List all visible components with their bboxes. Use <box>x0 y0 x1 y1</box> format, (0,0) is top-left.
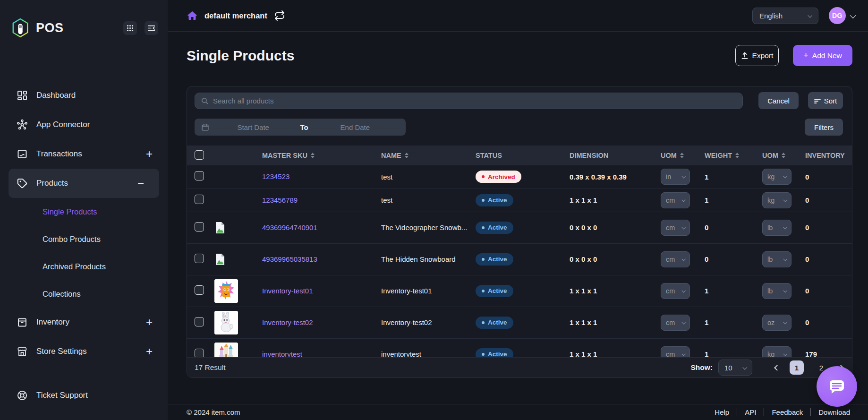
main-content: default merchant English DG Single Produ… <box>168 0 868 420</box>
previous-page-button[interactable] <box>774 365 780 371</box>
sidebar-subitem-single-products[interactable]: Single Products <box>0 198 168 225</box>
sku-link[interactable]: 49369964740901 <box>262 223 317 231</box>
date-filter-row: Start Date To End Date Filters <box>187 119 852 136</box>
weight-uom-select[interactable]: oz <box>762 315 791 331</box>
end-date-input[interactable]: End Date <box>311 123 399 131</box>
sidebar-subitem-collections[interactable]: Collections <box>0 280 168 308</box>
status-dot-icon <box>482 353 485 356</box>
uom-value: cm <box>666 351 675 358</box>
dimension-uom-select[interactable]: cm <box>661 220 690 236</box>
sku-link[interactable]: 49369965035813 <box>262 255 317 263</box>
row-checkbox[interactable] <box>195 349 204 358</box>
sort-arrows-icon[interactable] <box>735 153 739 158</box>
weight-uom-select[interactable]: lb <box>762 251 791 267</box>
sku-link[interactable]: Inventory-test01 <box>262 287 313 295</box>
sidebar-item-store-settings[interactable]: Store Settings + <box>0 337 168 356</box>
dimension-uom-select[interactable]: cm <box>661 346 690 358</box>
sidebar-item-label: Transactions <box>36 149 82 159</box>
chevron-down-icon <box>681 257 685 261</box>
uom-value: in <box>666 173 671 180</box>
expand-icon[interactable]: + <box>146 316 156 329</box>
product-name: The Videographer Snowb... <box>373 212 472 243</box>
row-checkbox[interactable] <box>195 195 204 204</box>
chat-support-button[interactable] <box>817 366 857 407</box>
sidebar-subitem-archived-products[interactable]: Archived Products <box>0 253 168 280</box>
column-header-inventory: INVENTORY <box>805 152 845 159</box>
broken-image-icon <box>214 253 226 266</box>
merchant-name: default merchant <box>204 11 267 20</box>
weight-uom-select[interactable]: kg <box>762 169 791 185</box>
row-checkbox[interactable] <box>195 254 204 263</box>
footer-link-api[interactable]: API <box>737 408 764 416</box>
page-size-select[interactable]: 10 <box>718 360 752 376</box>
status-label: Active <box>488 224 507 231</box>
sku-link[interactable]: Inventory-test02 <box>262 318 313 326</box>
weight-uom-select[interactable]: lb <box>762 283 791 299</box>
sku-link[interactable]: 1234523 <box>262 172 289 180</box>
sku-link[interactable]: 123456789 <box>262 196 298 204</box>
expand-icon[interactable]: + <box>146 345 156 356</box>
sort-arrows-icon[interactable] <box>680 153 684 158</box>
logo-row: POS <box>0 0 168 38</box>
sort-arrows-icon[interactable] <box>311 153 315 158</box>
status-label: Active <box>488 256 507 263</box>
sidebar-item-inventory[interactable]: Inventory + <box>0 308 168 337</box>
row-checkbox[interactable] <box>195 171 204 180</box>
start-date-input[interactable]: Start Date <box>209 123 297 131</box>
search-input[interactable] <box>213 97 737 105</box>
export-button[interactable]: Export <box>735 45 779 66</box>
switch-merchant-icon[interactable] <box>274 10 285 21</box>
footer-link-feedback[interactable]: Feedback <box>764 408 810 416</box>
expand-icon[interactable]: + <box>146 147 156 161</box>
sidebar-item-ticket-support[interactable]: Ticket Support <box>0 357 168 420</box>
dimension-uom-select[interactable]: in <box>661 169 690 185</box>
chevron-down-icon <box>681 320 685 324</box>
footer-link-help[interactable]: Help <box>707 408 737 416</box>
filters-button[interactable]: Filters <box>805 119 843 136</box>
page-head: Single Products Export + Add New <box>168 38 868 73</box>
table-row: 49369964740901 The Videographer Snowb...… <box>187 212 852 243</box>
merchant-switcher[interactable]: default merchant <box>187 10 285 21</box>
weight-uom-select[interactable]: kg <box>762 346 791 358</box>
weight-uom-select[interactable]: kg <box>762 192 791 208</box>
page-footer: © 2024 item.com Help API Feedback Downlo… <box>168 404 868 420</box>
sidebar-item-dashboard[interactable]: Dashboard <box>0 81 168 110</box>
sidebar-item-transactions[interactable]: Transactions + <box>0 139 168 169</box>
sku-link[interactable]: inventorytest <box>262 350 302 358</box>
language-select[interactable]: English <box>752 8 818 24</box>
status-label: Active <box>488 319 507 326</box>
weight-value: 0 <box>701 212 760 243</box>
dimension-uom-select[interactable]: cm <box>661 192 690 208</box>
footer-link-download[interactable]: Download <box>810 408 850 416</box>
sidebar-item-app-connector[interactable]: App Connector <box>0 110 168 139</box>
row-checkbox[interactable] <box>195 317 204 326</box>
dimension-uom-select[interactable]: cm <box>661 315 690 331</box>
date-range-picker[interactable]: Start Date To End Date <box>195 119 406 136</box>
collapse-sidebar-button[interactable] <box>145 21 158 35</box>
avatar[interactable]: DG <box>829 7 846 24</box>
profile-menu-button[interactable] <box>851 11 855 20</box>
sidebar-item-products[interactable]: Products − <box>9 169 159 198</box>
add-new-button[interactable]: + Add New <box>793 45 852 66</box>
sort-arrows-icon[interactable] <box>405 153 408 158</box>
weight-uom-select[interactable]: lb <box>762 220 791 236</box>
select-all-checkbox[interactable] <box>195 150 204 160</box>
chevron-down-icon <box>681 352 685 356</box>
status-label: Active <box>488 287 507 294</box>
cancel-button[interactable]: Cancel <box>758 92 799 109</box>
apps-grid-button[interactable] <box>123 21 137 35</box>
status-dot-icon <box>482 258 485 261</box>
sort-button[interactable]: Sort <box>808 92 843 109</box>
page-button[interactable]: 1 <box>790 360 804 375</box>
product-name: Inventory-test02 <box>373 307 472 338</box>
sidebar-subitem-combo-products[interactable]: Combo Products <box>0 225 168 253</box>
row-checkbox[interactable] <box>195 285 204 295</box>
uom-value: cm <box>666 256 675 263</box>
sort-arrows-icon[interactable] <box>782 153 785 158</box>
inventory-value: 0 <box>802 307 852 338</box>
row-checkbox[interactable] <box>195 222 204 231</box>
collapse-icon[interactable]: − <box>137 177 148 190</box>
weight-value: 1 <box>701 275 760 307</box>
dimension-uom-select[interactable]: cm <box>661 251 690 267</box>
dimension-uom-select[interactable]: cm <box>661 283 690 299</box>
